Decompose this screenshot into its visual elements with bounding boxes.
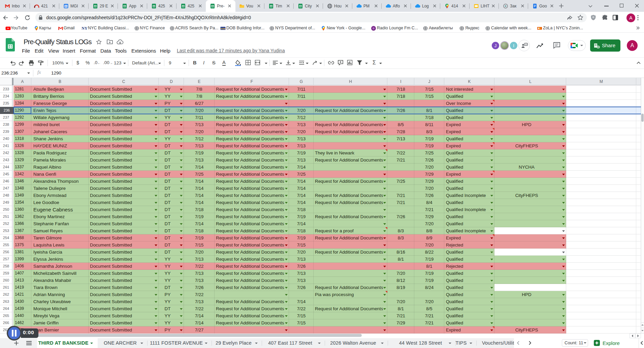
svg-text:DOB: DOB — [221, 28, 225, 30]
svg-text:NY: NY — [82, 26, 88, 31]
svg-text:31: 31 — [65, 5, 67, 7]
